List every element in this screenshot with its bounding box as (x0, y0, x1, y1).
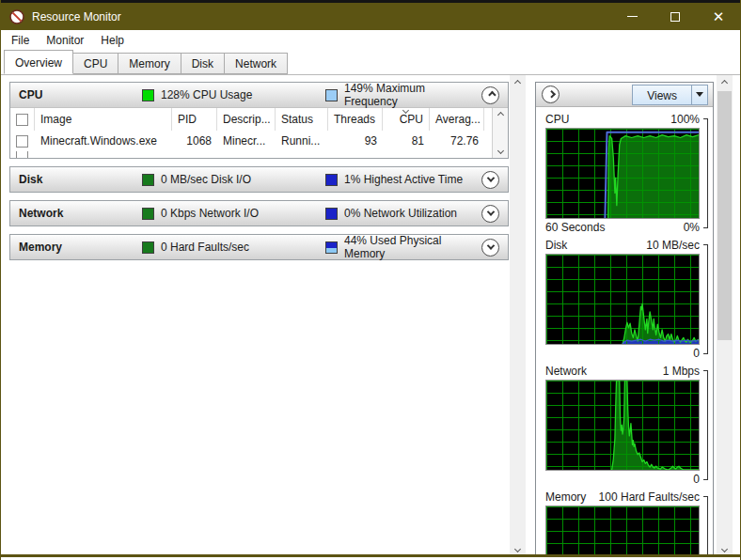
chart-title: Memory (545, 490, 586, 504)
chart-title: CPU (545, 113, 569, 126)
section-disk-stat1: 0 MB/sec Disk I/O (142, 173, 325, 186)
collapse-charts-button[interactable] (542, 86, 560, 103)
chart-network: Network1 Mbps0 (536, 362, 713, 488)
chevron-down-icon (486, 241, 494, 249)
row-checkbox[interactable] (16, 151, 28, 158)
process-table-body: ImagePIDDescrip...StatusThreadsCPUAverag… (10, 108, 492, 158)
section-memory-stat1: 0 Hard Faults/sec (142, 241, 325, 254)
tab-network[interactable]: Network (224, 53, 288, 74)
column-header-label: Threads (334, 113, 375, 126)
row-checkbox[interactable] (16, 135, 28, 148)
row-select-cell (10, 131, 35, 151)
section-cpu-stat2: 149% Maximum Frequency (325, 82, 481, 108)
left-panel-scrollbar[interactable] (510, 75, 526, 557)
menu-monitor[interactable]: Monitor (38, 31, 92, 50)
section-disk-header[interactable]: Disk0 MB/sec Disk I/O1% Highest Active T… (10, 167, 508, 192)
legend-swatch (142, 174, 154, 186)
section-memory-expand-button[interactable] (481, 239, 499, 257)
maximize-button[interactable] (654, 3, 697, 30)
table-scrollbar[interactable] (492, 108, 508, 158)
close-icon: ✕ (713, 9, 725, 23)
column-header-image[interactable]: Image (35, 108, 172, 131)
section-memory-header[interactable]: Memory0 Hard Faults/sec44% Used Physical… (10, 235, 508, 259)
views-dropdown-button[interactable] (691, 86, 707, 104)
chart-disk: Disk10 MB/sec0 (536, 236, 713, 362)
chart-title: Disk (545, 239, 567, 252)
chart-x-label: 60 Seconds (545, 221, 605, 234)
chart-min-label: 0 (693, 473, 700, 486)
window-title: Resource Monitor (32, 10, 610, 23)
column-header-description[interactable]: Descrip... (217, 108, 276, 131)
chart-max-label: 100 Hard Faults/sec (599, 490, 700, 504)
scroll-down-button[interactable] (493, 144, 508, 158)
chevron-up-icon (497, 112, 504, 118)
menu-help[interactable]: Help (92, 31, 133, 50)
chart-cpu: CPU100%60 Seconds0% (536, 110, 713, 236)
legend-swatch (142, 208, 154, 220)
section-cpu-header[interactable]: CPU128% CPU Usage149% Maximum Frequency (10, 83, 508, 107)
main-content: CPU128% CPU Usage149% Maximum FrequencyI… (1, 75, 740, 557)
charts-panel-header: Views (536, 83, 713, 107)
section-disk: Disk0 MB/sec Disk I/O1% Highest Active T… (9, 166, 509, 193)
section-network-stat1: 0 Kbps Network I/O (142, 207, 325, 220)
table-row-partial (10, 151, 492, 158)
section-network-stat2: 0% Network Utilization (325, 207, 481, 220)
title-bar: Resource Monitor ✕ (1, 3, 740, 30)
chart-cpu-labels: CPU100% (545, 110, 700, 128)
column-header-average[interactable]: Averag... (430, 108, 484, 131)
cell-pid: 1068 (172, 131, 217, 151)
section-cpu-expand-button[interactable] (481, 86, 499, 104)
views-button-label: Views (633, 86, 691, 104)
section-cpu: CPU128% CPU Usage149% Maximum FrequencyI… (9, 82, 509, 159)
chart-cpu-plot (545, 128, 700, 219)
charts-container: CPU100%60 Seconds0%Disk10 MB/sec0Network… (536, 107, 713, 557)
charts-panel-scrollbar[interactable] (717, 75, 733, 557)
tab-overview[interactable]: Overview (4, 50, 73, 74)
select-all-checkbox[interactable] (16, 114, 28, 126)
dropdown-arrow-icon (696, 92, 703, 101)
section-title: Disk (10, 173, 142, 186)
chart-disk-plot (545, 254, 700, 345)
chart-max-label: 10 MB/sec (646, 239, 700, 252)
stat-label: 149% Maximum Frequency (344, 82, 481, 108)
column-header-label: Averag... (435, 113, 481, 126)
legend-swatch (142, 89, 154, 101)
column-header-cpu[interactable]: CPU (383, 108, 430, 131)
section-network-expand-button[interactable] (481, 205, 499, 223)
column-header-label: Descrip... (223, 113, 271, 126)
stat-label: 0% Network Utilization (344, 207, 457, 220)
tab-cpu[interactable]: CPU (72, 53, 118, 74)
column-header-label: PID (178, 113, 197, 126)
tab-memory[interactable]: Memory (118, 53, 181, 74)
scroll-up-button[interactable] (510, 75, 526, 91)
stat-label: 128% CPU Usage (161, 88, 252, 101)
chart-min-label: 0 (693, 347, 700, 360)
chart-memory-plot (545, 506, 700, 557)
menu-bar: FileMonitorHelp (1, 30, 740, 51)
minimize-button[interactable] (610, 3, 654, 30)
scroll-up-button[interactable] (717, 75, 733, 91)
tab-disk[interactable]: Disk (181, 53, 225, 74)
column-header-pid[interactable]: PID (172, 108, 217, 131)
menu-file[interactable]: File (3, 31, 38, 50)
section-disk-expand-button[interactable] (481, 171, 499, 189)
resource-monitor-icon (9, 9, 24, 24)
cell-description: Minecr... (217, 131, 276, 151)
table-row[interactable]: Minecraft.Windows.exe1068Minecr...Runni.… (10, 131, 492, 151)
scroll-up-button[interactable] (493, 108, 508, 122)
stat-label: 0 MB/sec Disk I/O (161, 173, 251, 186)
column-header-threads[interactable]: Threads (328, 108, 383, 131)
column-header-status[interactable]: Status (276, 108, 328, 131)
views-button[interactable]: Views (632, 85, 708, 105)
chart-network-labels: Network1 Mbps (545, 362, 700, 380)
stat-label: 0 Hard Faults/sec (161, 241, 249, 254)
stat-label: 44% Used Physical Memory (344, 234, 481, 260)
scrollbar-thumb[interactable] (717, 91, 732, 340)
cell-average: 72.76 (430, 131, 484, 151)
chart-title: Network (545, 365, 587, 378)
close-button[interactable]: ✕ (697, 3, 740, 30)
stat-label: 0 Kbps Network I/O (161, 207, 259, 220)
section-network-header[interactable]: Network0 Kbps Network I/O0% Network Util… (10, 201, 508, 226)
panel-gap (526, 75, 535, 557)
chart-max-label: 100% (670, 113, 700, 126)
